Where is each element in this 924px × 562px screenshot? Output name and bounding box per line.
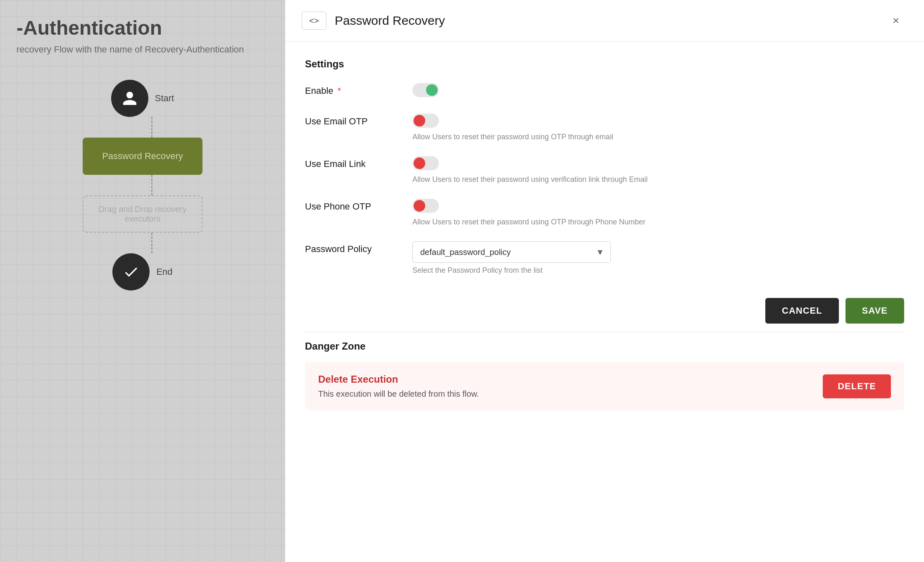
start-node-row: Start [111, 80, 174, 117]
delete-button[interactable]: DELETE [823, 374, 891, 398]
enable-toggle[interactable] [412, 83, 439, 97]
required-star: * [338, 86, 341, 96]
start-node-circle [111, 80, 148, 117]
email-link-control: Allow Users to reset their password usin… [412, 156, 904, 184]
danger-zone-title: Danger Zone [305, 341, 904, 352]
email-otp-label: Use Email OTP [305, 114, 412, 127]
phone-otp-toggle[interactable] [412, 199, 439, 213]
header-left: <> Password Recovery [302, 12, 445, 30]
enable-control [412, 83, 904, 99]
enable-row: Enable * [305, 83, 904, 99]
enable-toggle-track [412, 83, 439, 97]
phone-otp-toggle-thumb [414, 200, 425, 212]
danger-card-title: Delete Execution [318, 374, 479, 385]
section-divider [305, 332, 904, 332]
dashed-line-3 [151, 233, 152, 253]
phone-otp-label: Use Phone OTP [305, 199, 412, 212]
password-policy-control: default_password_policy ▼ Select the Pas… [412, 241, 904, 275]
end-node-circle [112, 253, 150, 291]
enable-label: Enable * [305, 83, 412, 96]
email-link-toggle-thumb [414, 157, 425, 169]
email-otp-toggle-thumb [414, 115, 425, 126]
danger-card-desc: This execution will be deleted from this… [318, 389, 479, 399]
password-policy-row: Password Policy default_password_policy … [305, 241, 904, 275]
email-link-label: Use Email Link [305, 156, 412, 169]
close-button[interactable]: × [888, 12, 904, 29]
end-label: End [156, 267, 172, 277]
email-otp-toggle[interactable] [412, 114, 439, 128]
phone-otp-toggle-track [412, 199, 439, 213]
end-node-row: End [112, 253, 172, 291]
password-policy-dropdown-wrapper: default_password_policy ▼ [412, 241, 611, 263]
flow-subtitle: recovery Flow with the name of Recovery-… [17, 44, 269, 55]
phone-otp-control: Allow Users to reset their password usin… [412, 199, 904, 226]
flow-title: -Authentication [17, 17, 269, 39]
dashed-line-2 [151, 175, 152, 195]
flow-diagram: Start Password Recovery Drag and Drop re… [17, 80, 269, 291]
close-icon: × [893, 14, 899, 27]
action-buttons: CANCEL SAVE [305, 290, 904, 324]
password-policy-select[interactable]: default_password_policy [412, 241, 611, 263]
phone-otp-row: Use Phone OTP Allow Users to reset their… [305, 199, 904, 226]
cancel-button[interactable]: CANCEL [765, 298, 839, 324]
save-button[interactable]: SAVE [845, 298, 904, 324]
panel-body: Settings Enable * Use Email OTP [285, 42, 924, 562]
email-otp-hint: Allow Users to reset their password usin… [412, 133, 904, 141]
panel-title: Password Recovery [335, 14, 445, 28]
email-link-toggle[interactable] [412, 156, 439, 170]
right-panel: <> Password Recovery × Settings Enable * [285, 0, 924, 562]
email-otp-control: Allow Users to reset their password usin… [412, 114, 904, 141]
left-panel: -Authentication recovery Flow with the n… [0, 0, 285, 562]
email-link-toggle-track [412, 156, 439, 170]
password-recovery-node: Password Recovery [83, 138, 202, 175]
email-otp-row: Use Email OTP Allow Users to reset their… [305, 114, 904, 141]
code-button[interactable]: <> [302, 12, 326, 30]
email-link-hint: Allow Users to reset their password usin… [412, 175, 904, 184]
start-label: Start [155, 93, 174, 104]
email-link-row: Use Email Link Allow Users to reset thei… [305, 156, 904, 184]
password-policy-label: Password Policy [305, 241, 412, 255]
settings-title: Settings [305, 58, 904, 70]
danger-card: Delete Execution This execution will be … [305, 362, 904, 410]
panel-header: <> Password Recovery × [285, 0, 924, 42]
phone-otp-hint: Allow Users to reset their password usin… [412, 218, 904, 226]
drag-drop-node: Drag and Drop recovery executors [83, 195, 202, 233]
dashed-line-1 [151, 117, 152, 138]
enable-toggle-thumb [426, 84, 438, 96]
danger-card-content: Delete Execution This execution will be … [318, 374, 479, 399]
email-otp-toggle-track [412, 114, 439, 128]
password-policy-hint: Select the Password Policy from the list [412, 266, 904, 275]
